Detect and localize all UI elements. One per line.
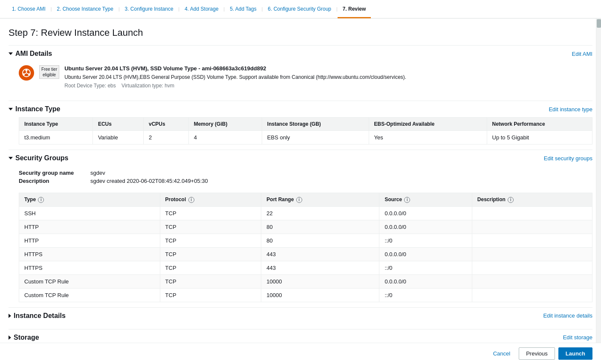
ami-description: Ubuntu Server 20.04 LTS (HVM),EBS Genera… xyxy=(64,73,592,81)
ami-section-title[interactable]: AMI Details xyxy=(9,50,52,58)
sg-cell-protocol: TCP xyxy=(160,288,261,302)
cell-memory: 4 xyxy=(188,131,262,144)
free-tier-badge: Free tier eligible xyxy=(39,65,59,79)
svg-line-5 xyxy=(26,73,29,74)
instance-details-section: Instance Details Edit instance details xyxy=(9,307,592,324)
sg-cell-type: HTTP xyxy=(19,234,160,247)
sg-cell-type: HTTP xyxy=(19,220,160,234)
sg-table-row: HTTPSTCP4430.0.0.0/0 xyxy=(19,247,592,261)
ami-section: AMI Details Edit AMI Free tier eligible … xyxy=(9,45,592,95)
ami-chevron-icon xyxy=(9,52,13,55)
sg-cell-port: 10000 xyxy=(261,288,379,302)
instance-type-section: Instance Type Edit instance type Instanc… xyxy=(9,101,592,144)
sg-description-value: sgdev created 2020-06-02T08:45:42.049+05… xyxy=(90,178,208,184)
instance-details-section-header: Instance Details Edit instance details xyxy=(9,308,592,324)
edit-ami-link[interactable]: Edit AMI xyxy=(572,51,592,57)
svg-point-1 xyxy=(26,69,28,72)
edit-storage-link[interactable]: Edit storage xyxy=(563,334,592,341)
edit-security-groups-link[interactable]: Edit security groups xyxy=(544,155,592,162)
sg-cell-description xyxy=(472,234,592,247)
protocol-info-icon[interactable]: i xyxy=(188,197,194,203)
sg-cell-source: 0.0.0.0/0 xyxy=(379,220,472,234)
col-network: Network Performance xyxy=(487,118,592,131)
sg-cell-protocol: TCP xyxy=(160,274,261,288)
cell-network: Up to 5 Gigabit xyxy=(487,131,592,144)
description-info-icon[interactable]: i xyxy=(508,197,514,203)
sg-cell-source: ::/0 xyxy=(379,288,472,302)
source-info-icon[interactable]: i xyxy=(404,197,410,203)
sg-col-protocol: Protocol i xyxy=(160,193,261,207)
nav-step-3[interactable]: 3. Configure Instance xyxy=(119,0,178,18)
nav-step-4[interactable]: 4. Add Storage xyxy=(179,0,223,18)
ubuntu-icon xyxy=(19,65,34,81)
instance-type-section-header: Instance Type Edit instance type xyxy=(9,101,592,117)
storage-section-title[interactable]: Storage xyxy=(9,334,39,341)
cell-ebs: Yes xyxy=(369,131,487,144)
sg-col-description: Description i xyxy=(472,193,592,207)
col-storage: Instance Storage (GB) xyxy=(262,118,369,131)
scroll-thumb xyxy=(597,19,601,28)
sg-cell-protocol: TCP xyxy=(160,247,261,261)
instance-type-table: Instance Type ECUs vCPUs Memory (GiB) In… xyxy=(19,117,592,144)
col-vcpus: vCPUs xyxy=(143,118,188,131)
sg-cell-source: 0.0.0.0/0 xyxy=(379,274,472,288)
sg-cell-port: 80 xyxy=(261,220,379,234)
ami-name: Ubuntu Server 20.04 LTS (HVM), SSD Volum… xyxy=(64,65,592,72)
nav-step-5[interactable]: 5. Add Tags xyxy=(225,0,262,18)
security-groups-section: Security Groups Edit security groups Sec… xyxy=(9,150,592,302)
ami-section-header: AMI Details Edit AMI xyxy=(9,46,592,62)
nav-step-2[interactable]: 2. Choose Instance Type xyxy=(52,0,118,18)
sg-cell-protocol: TCP xyxy=(160,220,261,234)
sg-description-label: Description xyxy=(19,178,87,184)
instance-type-section-title[interactable]: Instance Type xyxy=(9,105,61,113)
nav-step-1[interactable]: 1. Choose AMI xyxy=(7,0,51,18)
sg-name-row: Security group name sgdev xyxy=(19,170,592,176)
security-groups-section-title[interactable]: Security Groups xyxy=(9,154,68,162)
sg-table-row: Custom TCP RuleTCP10000::/0 xyxy=(19,288,592,302)
col-ebs: EBS-Optimized Available xyxy=(369,118,487,131)
sg-col-source: Source i xyxy=(379,193,472,207)
sg-cell-source: ::/0 xyxy=(379,261,472,274)
sg-cell-port: 10000 xyxy=(261,274,379,288)
sg-table-row: HTTPTCP80::/0 xyxy=(19,234,592,247)
storage-chevron-icon xyxy=(9,335,11,340)
instance-details-section-title[interactable]: Instance Details xyxy=(9,312,66,320)
nav-step-6[interactable]: 6. Configure Security Group xyxy=(263,0,336,18)
page-title: Step 7: Review Instance Launch xyxy=(9,27,592,38)
col-memory: Memory (GiB) xyxy=(188,118,262,131)
security-groups-chevron-icon xyxy=(9,157,13,159)
port-info-icon[interactable]: i xyxy=(296,197,302,203)
scrollbar xyxy=(596,19,601,343)
sg-cell-type: HTTPS xyxy=(19,247,160,261)
cancel-button[interactable]: Cancel xyxy=(488,348,515,359)
edit-instance-type-link[interactable]: Edit instance type xyxy=(549,106,592,113)
sg-cell-type: SSH xyxy=(19,206,160,220)
cell-ecus: Variable xyxy=(92,131,143,144)
bottom-action-bar: Cancel Previous Launch xyxy=(0,343,601,364)
edit-instance-details-link[interactable]: Edit instance details xyxy=(543,312,592,319)
instance-type-chevron-icon xyxy=(9,108,13,110)
security-groups-section-header: Security Groups Edit security groups xyxy=(9,150,592,166)
sg-cell-description xyxy=(472,247,592,261)
sg-description-row: Description sgdev created 2020-06-02T08:… xyxy=(19,178,592,184)
sg-name-label: Security group name xyxy=(19,170,87,176)
launch-button[interactable]: Launch xyxy=(558,347,592,360)
sg-cell-type: HTTPS xyxy=(19,261,160,274)
sg-cell-protocol: TCP xyxy=(160,206,261,220)
sg-table-row: HTTPTCP800.0.0.0/0 xyxy=(19,220,592,234)
previous-button[interactable]: Previous xyxy=(519,347,555,360)
sg-cell-protocol: TCP xyxy=(160,234,261,247)
sg-col-port: Port Range i xyxy=(261,193,379,207)
col-instance-type: Instance Type xyxy=(19,118,93,131)
sg-cell-port: 80 xyxy=(261,234,379,247)
sg-table-row: HTTPSTCP443::/0 xyxy=(19,261,592,274)
sg-name-value: sgdev xyxy=(90,170,105,176)
sg-table-row: Custom TCP RuleTCP100000.0.0.0/0 xyxy=(19,274,592,288)
nav-step-7[interactable]: 7. Review xyxy=(338,0,371,18)
sg-cell-description xyxy=(472,288,592,302)
instance-type-table-wrapper: Instance Type ECUs vCPUs Memory (GiB) In… xyxy=(9,117,592,144)
sg-cell-type: Custom TCP Rule xyxy=(19,288,160,302)
type-info-icon[interactable]: i xyxy=(38,197,44,203)
sg-cell-description xyxy=(472,206,592,220)
cell-instance-type: t3.medium xyxy=(19,131,93,144)
